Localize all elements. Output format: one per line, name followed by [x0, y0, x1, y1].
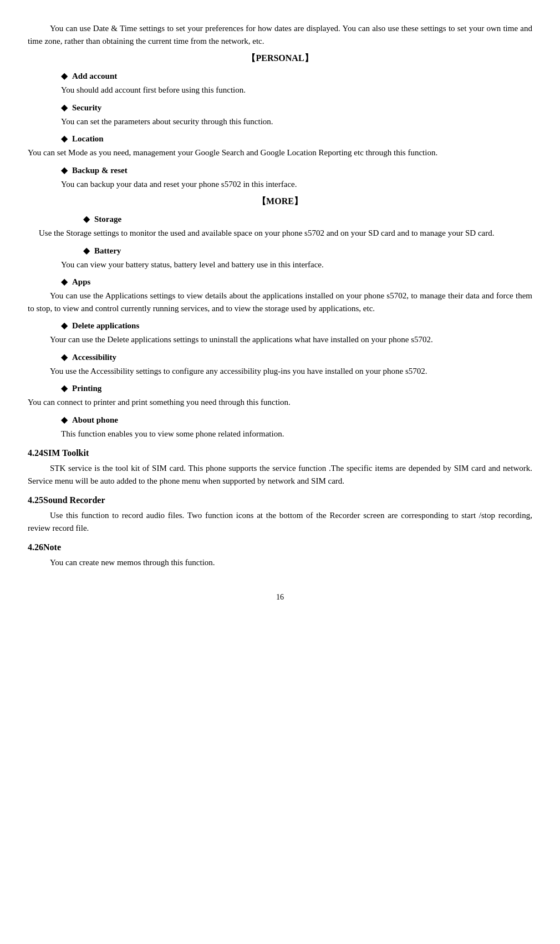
diamond-icon-3: ◆ — [61, 132, 68, 145]
printing-label: Printing — [72, 382, 101, 395]
delete-apps-label: Delete applications — [72, 319, 139, 332]
delete-apps-bullet: ◆ Delete applications — [61, 319, 532, 332]
storage-label: Storage — [94, 213, 121, 226]
diamond-icon-11: ◆ — [61, 413, 68, 427]
note-number: 4.26 — [28, 542, 43, 552]
sim-toolkit-number: 4.24 — [28, 448, 43, 458]
personal-header: 【PERSONAL】 — [28, 52, 532, 65]
diamond-icon-4: ◆ — [61, 164, 68, 177]
more-header: 【MORE】 — [28, 195, 532, 208]
sound-recorder-title: Sound Recorder — [43, 495, 105, 505]
sim-toolkit-header: 4.24SIM Toolkit — [28, 446, 532, 460]
page-content: You can use Date & Time settings to set … — [28, 22, 532, 603]
sim-toolkit-desc: STK service is the tool kit of SIM card.… — [28, 462, 532, 487]
backup-reset-desc: You can backup your data and reset your … — [61, 178, 532, 191]
battery-label: Battery — [94, 245, 121, 257]
diamond-icon-1: ◆ — [61, 69, 68, 83]
storage-bullet: ◆ Storage — [83, 212, 532, 226]
add-account-bullet: ◆ Add account — [61, 69, 532, 83]
accessibility-label: Accessibility — [72, 351, 116, 364]
note-header: 4.26Note — [28, 541, 532, 554]
location-bullet: ◆ Location — [61, 132, 532, 145]
security-label: Security — [72, 101, 101, 114]
battery-bullet: ◆ Battery — [83, 244, 532, 257]
note-title: Note — [43, 542, 61, 552]
diamond-icon-9: ◆ — [61, 351, 68, 364]
security-bullet: ◆ Security — [61, 101, 532, 114]
add-account-label: Add account — [72, 70, 117, 83]
sound-recorder-desc: Use this function to record audio files.… — [28, 509, 532, 534]
storage-desc: Use the Storage settings to monitor the … — [39, 227, 532, 240]
backup-reset-bullet: ◆ Backup & reset — [61, 164, 532, 177]
page-number: 16 — [28, 591, 532, 603]
about-phone-label: About phone — [72, 414, 118, 427]
add-account-desc: You should add account first before usin… — [61, 84, 532, 97]
printing-bullet: ◆ Printing — [61, 382, 532, 395]
accessibility-desc: You use the Accessibility settings to co… — [28, 365, 532, 378]
backup-reset-label: Backup & reset — [72, 164, 128, 177]
apps-label: Apps — [72, 276, 90, 288]
accessibility-bullet: ◆ Accessibility — [61, 351, 532, 364]
battery-desc: You can view your battery status, batter… — [61, 258, 532, 271]
about-phone-bullet: ◆ About phone — [61, 413, 532, 427]
sim-toolkit-title: SIM Toolkit — [43, 448, 89, 458]
sound-recorder-number: 4.25 — [28, 495, 43, 505]
location-label: Location — [72, 133, 104, 145]
diamond-icon-8: ◆ — [61, 319, 68, 332]
sound-recorder-header: 4.25Sound Recorder — [28, 494, 532, 507]
diamond-icon-7: ◆ — [61, 275, 68, 288]
printing-desc: You can connect to printer and print som… — [28, 396, 532, 409]
about-phone-desc: This function enables you to view some p… — [61, 428, 532, 440]
diamond-icon-10: ◆ — [61, 382, 68, 395]
diamond-icon-2: ◆ — [61, 101, 68, 114]
apps-bullet: ◆ Apps — [61, 275, 532, 288]
diamond-icon-6: ◆ — [83, 244, 90, 257]
location-desc: You can set Mode as you need, management… — [28, 146, 532, 159]
diamond-icon-5: ◆ — [83, 212, 90, 226]
apps-desc: You can use the Applications settings to… — [28, 290, 532, 314]
note-desc: You can create new memos through this fu… — [28, 556, 532, 569]
security-desc: You can set the parameters about securit… — [61, 115, 532, 128]
delete-apps-desc: Your can use the Delete applications set… — [28, 333, 532, 346]
intro-text: You can use Date & Time settings to set … — [28, 22, 532, 47]
